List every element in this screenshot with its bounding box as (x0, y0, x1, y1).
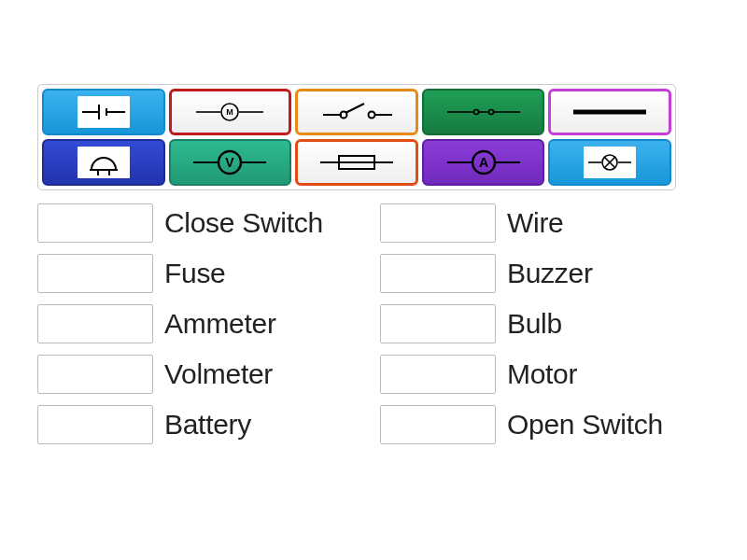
answer-row: Wire (380, 203, 713, 243)
answer-label: Buzzer (507, 258, 593, 289)
open-switch-tile[interactable] (295, 89, 418, 135)
voltmeter-slot[interactable] (37, 355, 153, 394)
svg-text:V: V (226, 155, 235, 170)
open-switch-icon (317, 100, 396, 124)
svg-line-10 (345, 104, 364, 113)
close-switch-tile[interactable] (422, 89, 545, 135)
answer-row: Volmeter (37, 355, 371, 394)
close-switch-icon (442, 103, 526, 121)
answer-row: Fuse (37, 254, 371, 293)
ammeter-tile[interactable]: A (422, 139, 545, 186)
buzzer-icon (78, 147, 130, 178)
answer-label: Battery (164, 409, 251, 441)
answer-row: Buzzer (380, 254, 713, 293)
svg-text:M: M (227, 107, 234, 117)
answer-row: Close Switch (37, 203, 371, 243)
wire-icon (568, 107, 652, 117)
answer-label: Volmeter (164, 358, 273, 390)
bulb-slot[interactable] (380, 304, 496, 343)
answer-row: Open Switch (380, 405, 713, 444)
bulb-tile[interactable] (548, 139, 671, 186)
battery-tile[interactable] (42, 89, 165, 135)
svg-point-14 (473, 110, 478, 115)
wire-tile[interactable] (548, 89, 671, 135)
svg-text:A: A (479, 155, 488, 170)
ammeter-slot[interactable] (37, 304, 153, 343)
tile-tray: M (37, 84, 676, 190)
answer-label: Wire (507, 207, 563, 239)
motor-icon: M (192, 101, 267, 123)
open-switch-slot[interactable] (380, 405, 496, 444)
wire-slot[interactable] (380, 203, 496, 243)
close-switch-slot[interactable] (37, 203, 153, 243)
answer-label: Open Switch (507, 409, 663, 441)
fuse-slot[interactable] (37, 254, 153, 293)
answer-row: Battery (37, 405, 371, 444)
answer-label: Bulb (507, 308, 562, 340)
battery-icon (78, 96, 130, 128)
fuse-tile[interactable] (295, 139, 418, 186)
motor-tile[interactable]: M (169, 89, 292, 135)
answers-grid: Close Switch Wire Fuse Buzzer Ammeter Bu… (37, 203, 713, 444)
answer-label: Fuse (164, 258, 226, 289)
answer-row: Motor (380, 355, 713, 394)
battery-slot[interactable] (37, 405, 153, 444)
svg-point-16 (488, 110, 493, 115)
voltmeter-icon: V (188, 148, 272, 176)
buzzer-slot[interactable] (380, 254, 496, 293)
answer-row: Bulb (380, 304, 713, 343)
motor-slot[interactable] (380, 355, 496, 394)
voltmeter-tile[interactable]: V (169, 139, 292, 186)
answer-label: Motor (507, 358, 577, 390)
ammeter-icon: A (442, 148, 526, 176)
svg-point-11 (368, 112, 374, 119)
answer-row: Ammeter (37, 304, 371, 343)
stage: M (0, 0, 747, 444)
answer-label: Close Switch (164, 207, 323, 239)
buzzer-tile[interactable] (42, 139, 165, 186)
fuse-icon (315, 151, 399, 174)
answer-label: Ammeter (164, 308, 276, 340)
bulb-icon (584, 147, 636, 178)
